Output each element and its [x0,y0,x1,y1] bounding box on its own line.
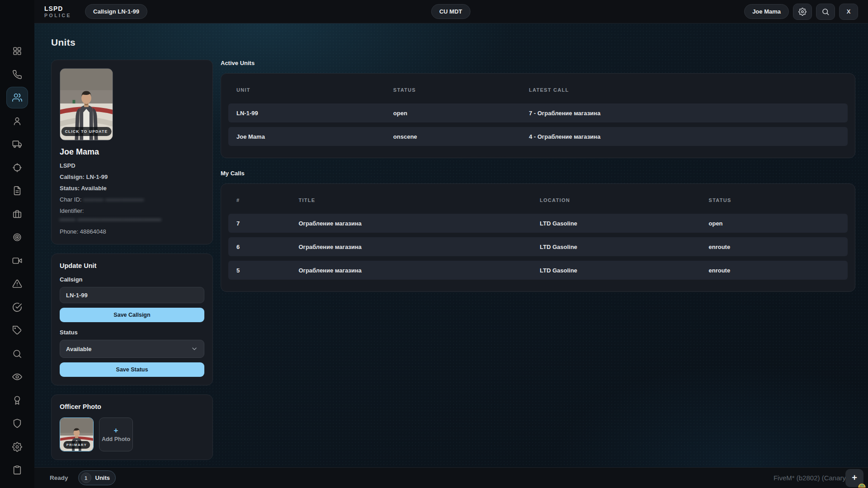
col-latest-call: LATEST CALL [529,87,840,93]
update-unit-card: Update Unit Callsign Save Callsign Statu… [51,253,213,385]
my-call-row[interactable]: 6 Ограбление магазина LTD Gasoline enrou… [228,237,848,256]
primary-photo-thumb[interactable]: PRIMARY [60,418,94,451]
shield-icon [12,418,22,428]
units-tab-label: Units [95,474,110,481]
photo-update-overlay[interactable]: CLICK TO UPDATE [61,127,112,136]
topbar-actions: Joe Mama X [744,4,858,20]
status-bar: Ready 1 Units FiveM* (b2802) (Canary) + [34,467,868,488]
sidebar-item-bolos[interactable] [6,226,28,248]
active-units-header: UNIT STATUS LATEST CALL [228,81,848,103]
identifier-redacted-value: ••••••• ••••••••••••••••••••••••••••••••… [60,217,161,222]
callsign-button[interactable]: Callsign LN-1-99 [85,4,147,19]
sidebar-item-dashboard[interactable] [6,40,28,62]
taco-emoji-icon [858,481,866,488]
warning-triangle-icon [12,279,22,289]
person-icon [12,116,22,126]
sidebar-item-charges[interactable] [6,319,28,341]
user-button[interactable]: Joe Mama [744,4,789,19]
active-unit-row[interactable]: LN-1-99 open 7 - Ограбление магазина [228,103,848,122]
charid-label: Char ID: [60,196,83,203]
dashboard-grid-icon [12,46,22,56]
page-title: Units [51,37,855,48]
top-bar: LSPD POLICE Callsign LN-1-99 CU MDT Joe … [0,0,868,23]
status-field-label: Status [60,329,204,336]
update-unit-title: Update Unit [60,262,204,269]
award-icon [12,395,22,405]
sidebar-item-logs[interactable] [6,459,28,481]
clipboard-icon [12,465,22,475]
sidebar-item-warrants[interactable] [6,273,28,295]
truck-icon [12,139,22,149]
officer-photo-card: Officer Photo [51,394,213,460]
active-unit-row[interactable]: Joe Mama onscene 4 - Ограбление магазина [228,127,848,146]
settings-button[interactable] [793,4,812,20]
add-photo-label: Add Photo [102,436,130,442]
cell-title: Ограбление магазина [298,220,540,227]
col-unit: UNIT [236,87,393,93]
brand-lspd: LSPD [44,5,71,12]
status-select[interactable]: Available [60,340,204,358]
sidebar-item-evidence[interactable] [6,203,28,225]
crosshair-icon [12,163,22,173]
plus-icon: + [114,427,118,434]
cell-status: open [709,220,840,227]
col-title: TITLE [298,197,540,203]
callsign-input[interactable] [60,287,204,303]
fivem-watermark: FiveM* (b2802) (Canary) [774,474,848,482]
search-button[interactable] [816,4,835,20]
add-tab-button[interactable]: + [845,469,863,487]
cell-location: LTD Gasoline [540,267,709,274]
gear-icon [798,8,807,16]
main-area: Units [34,23,868,467]
briefcase-icon [12,209,22,219]
callsign-field-label: Callsign [60,276,204,283]
col-number: # [236,197,298,203]
target-icon [12,232,22,242]
settings-gear-icon [12,442,22,452]
add-photo-button[interactable]: + Add Photo [99,418,133,451]
brand-police: POLICE [44,13,71,18]
col-status: STATUS [709,197,840,203]
tag-icon [12,325,22,335]
sidebar-item-camera[interactable] [6,250,28,272]
sidebar-item-awards[interactable] [6,389,28,411]
sidebar-item-surveillance[interactable] [6,366,28,388]
my-calls-header: # TITLE LOCATION STATUS [228,191,848,214]
left-column: CLICK TO UPDATE Joe Mama LSPD Callsign: … [51,60,213,460]
sidebar-item-tasks[interactable] [6,296,28,318]
sidebar-item-reports[interactable] [6,180,28,202]
save-callsign-button[interactable]: Save Callsign [60,308,204,322]
save-status-button[interactable]: Save Status [60,362,204,377]
cu-mdt-button[interactable]: CU MDT [431,4,471,19]
sidebar-item-units[interactable] [6,87,28,108]
sidebar-item-dispatch-map[interactable] [6,157,28,178]
ready-label: Ready [50,474,68,481]
officer-status-line: Status: Available [60,185,204,192]
phone-icon [12,70,22,80]
officer-identifier-value: ••••••• ••••••••••••••••••••••••••••••••… [60,216,204,223]
cell-title: Ограбление магазина [298,244,540,250]
sidebar-item-profile[interactable] [6,110,28,132]
cell-unit: LN-1-99 [236,110,393,117]
my-calls-title: My Calls [221,170,855,177]
sidebar-item-phone[interactable] [6,64,28,85]
officer-identifier-label: Identifier: [60,207,204,214]
active-units-title: Active Units [221,60,855,66]
my-call-row[interactable]: 7 Ограбление магазина LTD Gasoline open [228,214,848,233]
units-tab[interactable]: 1 Units [78,470,116,485]
close-button[interactable]: X [839,4,858,20]
officer-photo-main[interactable]: CLICK TO UPDATE [60,68,113,141]
status-select-value: Available [66,346,92,352]
cell-status: open [393,110,529,117]
sidebar-item-settings[interactable] [6,436,28,458]
charid-redacted-value: ••••••••• ••••••••••••••••• [83,197,144,202]
sidebar-item-roster[interactable] [6,413,28,434]
officer-charid-line: Char ID: ••••••••• ••••••••••••••••• [60,196,204,203]
units-count-badge: 1 [81,473,91,483]
officer-card: CLICK TO UPDATE Joe Mama LSPD Callsign: … [51,60,213,244]
my-call-row[interactable]: 5 Ограбление магазина LTD Gasoline enrou… [228,261,848,280]
cell-latest-call: 4 - Ограбление магазина [529,133,840,140]
cell-latest-call: 7 - Ограбление магазина [529,110,840,117]
sidebar-item-search[interactable] [6,343,28,365]
sidebar-item-vehicles[interactable] [6,133,28,155]
